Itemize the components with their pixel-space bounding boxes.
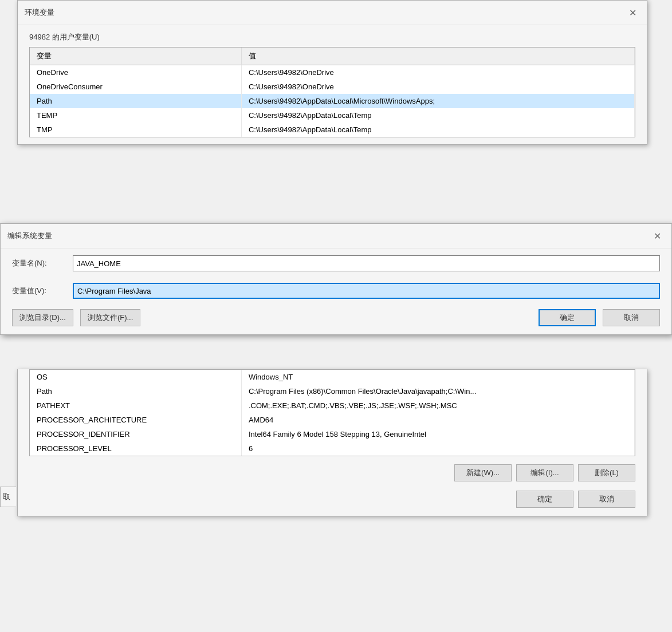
env-dialog-background: 环境变量 ✕ 94982 的用户变量(U) 变量 值 OneDriveC:\Us…	[17, 0, 647, 145]
user-vars-table: 变量 值 OneDriveC:\Users\94982\OneDriveOneD…	[30, 48, 635, 137]
edit-dialog-title: 编辑系统变量	[7, 231, 52, 241]
edit-ok-button[interactable]: 确定	[539, 309, 596, 326]
sys-table-row[interactable]: PathC:\Program Files (x86)\Common Files\…	[30, 384, 635, 398]
browse-dir-button[interactable]: 浏览目录(D)...	[12, 309, 73, 326]
env-dialog-title: 环境变量	[25, 7, 54, 18]
user-vars-title: 94982 的用户变量(U)	[18, 25, 647, 47]
sys-delete-button[interactable]: 删除(L)	[578, 464, 635, 481]
var-value-label: 变量值(V):	[12, 286, 64, 296]
var-value-row: 变量值(V):	[1, 276, 671, 303]
env-dialog-titlebar: 环境变量 ✕	[18, 1, 647, 25]
sys-table-row[interactable]: PROCESSOR_ARCHITECTUREAMD64	[30, 413, 635, 427]
var-value-input[interactable]	[73, 283, 660, 299]
user-table-row[interactable]: TMPC:\Users\94982\AppData\Local\Temp	[30, 123, 635, 137]
user-table-row[interactable]: OneDriveC:\Users\94982\OneDrive	[30, 65, 635, 80]
edit-dialog-titlebar: 编辑系统变量 ✕	[1, 224, 671, 248]
env-dialog-close-icon[interactable]: ✕	[625, 5, 640, 20]
edit-cancel-button[interactable]: 取消	[603, 309, 660, 326]
sys-new-button[interactable]: 新建(W)...	[454, 464, 512, 481]
env-cancel-button[interactable]: 取消	[578, 491, 635, 508]
user-table-row[interactable]: OneDriveConsumerC:\Users\94982\OneDrive	[30, 80, 635, 94]
sys-table-row[interactable]: PROCESSOR_IDENTIFIERIntel64 Family 6 Mod…	[30, 427, 635, 441]
var-name-label: 变量名(N):	[12, 258, 64, 268]
user-table-row[interactable]: PathC:\Users\94982\AppData\Local\Microso…	[30, 94, 635, 108]
sys-table-row[interactable]: OSWindows_NT	[30, 370, 635, 384]
user-vars-container: 变量 值 OneDriveC:\Users\94982\OneDriveOneD…	[29, 47, 635, 137]
user-table-col-value: 值	[241, 48, 634, 65]
edit-dialog-close-icon[interactable]: ✕	[650, 228, 665, 243]
user-table-row[interactable]: TEMPC:\Users\94982\AppData\Local\Temp	[30, 108, 635, 123]
sys-table-row[interactable]: PATHEXT.COM;.EXE;.BAT;.CMD;.VBS;.VBE;.JS…	[30, 398, 635, 413]
var-name-input[interactable]	[73, 255, 660, 271]
edit-dialog-buttons: 浏览目录(D)... 浏览文件(F)... 确定 取消	[1, 303, 671, 334]
left-strip-partial: 取	[0, 487, 16, 507]
sys-vars-action-buttons: 新建(W)... 编辑(I)... 删除(L)	[18, 460, 647, 486]
sys-vars-table: OSWindows_NTPathC:\Program Files (x86)\C…	[30, 370, 635, 456]
edit-system-var-dialog: 编辑系统变量 ✕ 变量名(N): 变量值(V): 浏览目录(D)... 浏览文件…	[0, 223, 672, 335]
browse-file-button[interactable]: 浏览文件(F)...	[80, 309, 140, 326]
sys-edit-button[interactable]: 编辑(I)...	[516, 464, 573, 481]
env-ok-button[interactable]: 确定	[516, 491, 573, 508]
sys-table-row[interactable]: PROCESSOR_LEVEL6	[30, 441, 635, 456]
user-table-col-name: 变量	[30, 48, 241, 65]
sys-vars-table-wrapper: OSWindows_NTPathC:\Program Files (x86)\C…	[18, 369, 647, 456]
env-dialog-bottom: OSWindows_NTPathC:\Program Files (x86)\C…	[17, 369, 647, 516]
var-name-row: 变量名(N):	[1, 248, 671, 276]
env-dialog-ok-cancel: 确定 取消	[18, 486, 647, 516]
sys-vars-container[interactable]: OSWindows_NTPathC:\Program Files (x86)\C…	[29, 369, 635, 456]
